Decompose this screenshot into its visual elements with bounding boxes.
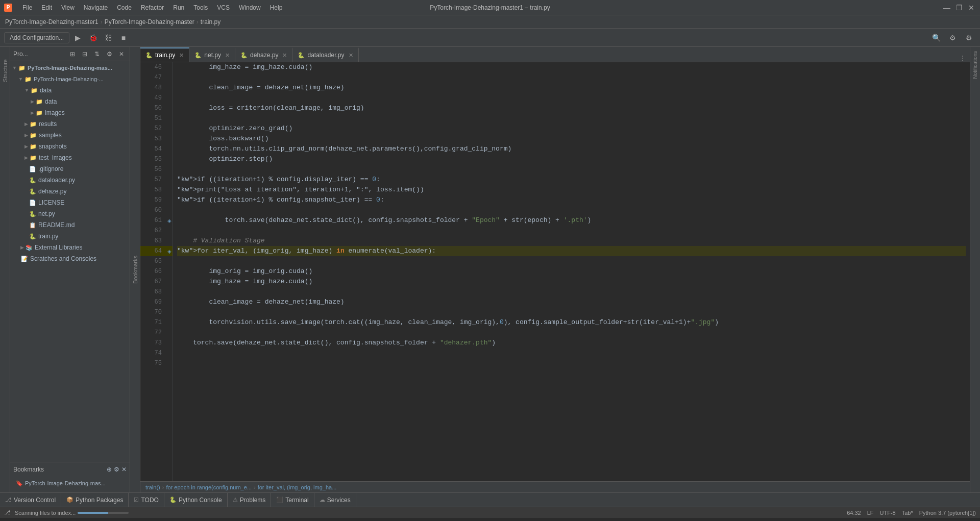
breadcrumb-item-2[interactable]: train.py [201, 18, 220, 26]
menu-view[interactable]: View [57, 3, 79, 12]
menu-edit[interactable]: Edit [37, 3, 56, 12]
bottom-tab-python-packages[interactable]: 📦 Python Packages [61, 493, 129, 507]
debug-button[interactable]: 🐞 [86, 31, 100, 45]
code-line-57[interactable]: "kw">if ((iteration+1) % config.display_… [177, 175, 966, 185]
python-version-indicator[interactable]: Python 3.7 (pytorch[1]) [919, 510, 976, 516]
editor-breadcrumb-item-1[interactable]: for epoch in range(config.num_e... [166, 484, 252, 490]
code-line-46[interactable]: img_haze = img_haze.cuda() [177, 62, 966, 72]
menu-code[interactable]: Code [113, 3, 136, 12]
code-line-66[interactable]: img_orig = img_orig.cuda() [177, 266, 966, 277]
tab-close-dehaze[interactable]: ✕ [282, 52, 287, 59]
breadcrumb-item-0[interactable]: PyTorch-Image-Dehazing-master1 [5, 18, 99, 26]
panel-settings-button[interactable]: ⚙ [104, 49, 114, 59]
menu-navigate[interactable]: Navigate [80, 3, 112, 12]
panel-close-button[interactable]: ✕ [116, 49, 127, 59]
tree-item-child1[interactable]: ▼ 📁 PyTorch-Image-Dehazing-... [10, 73, 130, 85]
tree-item-net[interactable]: 🐍 net.py [10, 208, 130, 219]
tab-dehaze-py[interactable]: 🐍 dehaze.py ✕ [235, 47, 292, 62]
menu-help[interactable]: Help [266, 3, 287, 12]
code-line-56[interactable] [177, 164, 966, 175]
tree-item-images[interactable]: ▶ 📁 images [10, 107, 130, 118]
code-line-70[interactable] [177, 307, 966, 317]
breadcrumb-item-1[interactable]: PyTorch-Image-Dehazing-master [105, 18, 194, 26]
code-line-47[interactable] [177, 72, 966, 83]
encoding-indicator[interactable]: UTF-8 [880, 510, 896, 516]
settings-button[interactable]: ⚙ [945, 31, 960, 45]
tab-train-py[interactable]: 🐍 train.py ✕ [140, 47, 189, 62]
code-line-49[interactable] [177, 93, 966, 103]
code-line-72[interactable] [177, 328, 966, 338]
bookmarks-side-toggle[interactable]: Bookmarks [130, 47, 140, 492]
code-line-64[interactable]: "kw">for iter_val, (img_orig, img_haze) … [177, 246, 966, 256]
tabs-overflow-button[interactable]: ⋮ [955, 55, 970, 62]
line-separator-indicator[interactable]: LF [867, 510, 874, 516]
code-line-74[interactable] [177, 348, 966, 358]
code-editor[interactable]: img_haze = img_haze.cuda() clean_image =… [173, 62, 970, 481]
code-line-58[interactable]: "kw">print("Loss at iteration", iteratio… [177, 185, 966, 195]
tab-close-dataloader[interactable]: ✕ [349, 52, 353, 59]
editor-breadcrumb-item-0[interactable]: train() [145, 484, 160, 490]
tab-close-net[interactable]: ✕ [225, 52, 230, 59]
menu-refactor[interactable]: Refactor [137, 3, 168, 12]
tree-item-data[interactable]: ▼ 📁 data [10, 85, 130, 96]
code-line-53[interactable]: loss.backward() [177, 134, 966, 144]
code-line-67[interactable]: img_haze = img_haze.cuda() [177, 277, 966, 287]
bottom-tab-services[interactable]: ☁ Services [314, 493, 356, 507]
minimize-button[interactable]: — [942, 3, 951, 12]
stop-button[interactable]: ■ [116, 31, 131, 45]
indent-indicator[interactable]: Tab* [902, 510, 913, 516]
panel-collapse-button[interactable]: ⊟ [80, 49, 90, 59]
code-line-71[interactable]: torchvision.utils.save_image(torch.cat((… [177, 317, 966, 328]
bookmarks-add-button[interactable]: ⊕ [107, 466, 112, 473]
code-line-63[interactable]: # Validation Stage [177, 236, 966, 246]
tree-item-gitignore[interactable]: 📄 .gitignore [10, 163, 130, 175]
tree-item-dataloader[interactable]: 🐍 dataloader.py [10, 175, 130, 186]
tree-item-readme[interactable]: 📋 README.md [10, 219, 130, 231]
bottom-tab-version-control[interactable]: ⎇ Version Control [0, 493, 61, 507]
tree-item-dehaze[interactable]: 🐍 dehaze.py [10, 186, 130, 197]
code-line-73[interactable]: torch.save(dehaze_net.state_dict(), conf… [177, 338, 966, 348]
close-button[interactable]: ✕ [967, 3, 976, 12]
tree-item-snapshots[interactable]: ▶ 📁 snapshots [10, 141, 130, 152]
maximize-button[interactable]: ❐ [954, 3, 964, 12]
editor-breadcrumb-item-2[interactable]: for iter_val, (img_orig, img_ha... [258, 484, 337, 490]
tree-item-ext-libraries[interactable]: ▶ 📚 External Libraries [10, 242, 130, 253]
toolbar-gear-button[interactable]: ⚙ [962, 31, 976, 45]
tree-item-scratches[interactable]: 📝 Scratches and Consoles [10, 253, 130, 264]
menu-run[interactable]: Run [169, 3, 188, 12]
bottom-tab-problems[interactable]: ⚠ Problems [228, 493, 272, 507]
tab-close-train[interactable]: ✕ [179, 52, 184, 59]
code-line-75[interactable] [177, 358, 966, 368]
tree-item-license[interactable]: 📄 LICENSE [10, 197, 130, 208]
bookmarks-label[interactable]: Bookmarks [131, 254, 139, 286]
panel-expand-button[interactable]: ⊞ [67, 49, 78, 59]
tree-item-test-images[interactable]: ▶ 📁 test_images [10, 152, 130, 163]
tree-item-train[interactable]: 🐍 train.py [10, 231, 130, 242]
run-button[interactable]: ▶ [70, 31, 85, 45]
bookmarks-settings-button[interactable]: ⚙ [114, 466, 119, 473]
notifications-stripe[interactable]: Notifications [970, 47, 980, 492]
tree-item-samples[interactable]: ▶ 📁 samples [10, 130, 130, 141]
code-line-69[interactable]: clean_image = dehaze_net(img_haze) [177, 297, 966, 307]
tab-dataloader-py[interactable]: 🐍 dataloader.py ✕ [292, 47, 358, 62]
bottom-tab-terminal[interactable]: ⬛ Terminal [271, 493, 314, 507]
structure-panel-toggle[interactable]: Structure [0, 47, 10, 492]
code-line-52[interactable]: optimizer.zero_grad() [177, 123, 966, 134]
code-line-48[interactable]: clean_image = dehaze_net(img_haze) [177, 83, 966, 93]
notifications-label[interactable]: Notifications [971, 47, 979, 83]
code-line-62[interactable] [177, 226, 966, 236]
code-line-65[interactable] [177, 256, 966, 266]
bottom-tab-todo[interactable]: ☑ TODO [129, 493, 164, 507]
add-configuration-button[interactable]: Add Configuration... [4, 32, 69, 43]
code-line-61[interactable]: torch.save(dehaze_net.state_dict(), conf… [177, 215, 966, 226]
code-line-54[interactable]: torch.nn.utils.clip_grad_norm(dehaze_net… [177, 144, 966, 154]
code-line-55[interactable]: optimizer.step() [177, 154, 966, 164]
tab-net-py[interactable]: 🐍 net.py ✕ [189, 47, 235, 62]
panel-sort-button[interactable]: ⇅ [92, 49, 102, 59]
menu-vcs[interactable]: VCS [213, 3, 234, 12]
line-col-indicator[interactable]: 64:32 [847, 510, 861, 516]
tree-item-results[interactable]: ▶ 📁 results [10, 118, 130, 130]
tree-item-data-sub[interactable]: ▶ 📁 data [10, 96, 130, 107]
code-line-51[interactable] [177, 113, 966, 123]
code-line-50[interactable]: loss = criterion(clean_image, img_orig) [177, 103, 966, 113]
